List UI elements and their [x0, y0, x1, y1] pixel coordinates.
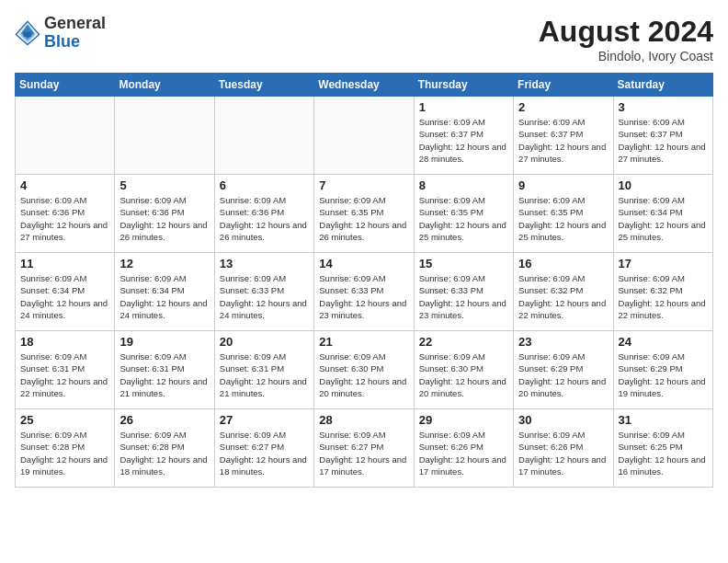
day-number: 25	[20, 413, 109, 427]
day-info: Sunrise: 6:09 AM Sunset: 6:29 PM Dayligh…	[619, 350, 708, 399]
day-cell: 2Sunrise: 6:09 AM Sunset: 6:37 PM Daylig…	[514, 97, 613, 175]
day-info: Sunrise: 6:09 AM Sunset: 6:36 PM Dayligh…	[220, 194, 309, 243]
day-number: 15	[419, 257, 508, 270]
day-number: 8	[419, 178, 508, 192]
day-info: Sunrise: 6:09 AM Sunset: 6:31 PM Dayligh…	[119, 350, 209, 399]
day-cell: 17Sunrise: 6:09 AM Sunset: 6:32 PM Dayli…	[613, 253, 712, 331]
day-number: 20	[220, 335, 309, 349]
day-info: Sunrise: 6:09 AM Sunset: 6:36 PM Dayligh…	[20, 194, 109, 243]
day-info: Sunrise: 6:09 AM Sunset: 6:35 PM Dayligh…	[518, 194, 608, 243]
day-number: 4	[20, 178, 109, 192]
day-info: Sunrise: 6:09 AM Sunset: 6:37 PM Dayligh…	[619, 116, 708, 165]
day-info: Sunrise: 6:09 AM Sunset: 6:25 PM Dayligh…	[619, 429, 708, 477]
day-info: Sunrise: 6:09 AM Sunset: 6:33 PM Dayligh…	[220, 272, 309, 321]
day-number: 7	[319, 178, 408, 192]
day-info: Sunrise: 6:09 AM Sunset: 6:35 PM Dayligh…	[419, 194, 508, 243]
day-info: Sunrise: 6:09 AM Sunset: 6:30 PM Dayligh…	[319, 350, 408, 399]
day-info: Sunrise: 6:09 AM Sunset: 6:33 PM Dayligh…	[419, 272, 508, 321]
day-number: 10	[619, 178, 708, 192]
day-cell	[16, 97, 115, 175]
day-cell: 3Sunrise: 6:09 AM Sunset: 6:37 PM Daylig…	[613, 97, 712, 175]
day-cell: 31Sunrise: 6:09 AM Sunset: 6:25 PM Dayli…	[613, 409, 712, 488]
day-info: Sunrise: 6:09 AM Sunset: 6:36 PM Dayligh…	[119, 194, 209, 243]
weekday-header-row: SundayMondayTuesdayWednesdayThursdayFrid…	[16, 74, 713, 97]
day-cell: 12Sunrise: 6:09 AM Sunset: 6:34 PM Dayli…	[115, 253, 214, 331]
day-info: Sunrise: 6:09 AM Sunset: 6:28 PM Dayligh…	[119, 429, 209, 477]
weekday-sunday: Sunday	[16, 74, 115, 97]
title-block: August 2024 Bindolo, Ivory Coast	[539, 15, 713, 63]
day-cell: 21Sunrise: 6:09 AM Sunset: 6:30 PM Dayli…	[314, 331, 414, 409]
day-number: 28	[319, 413, 408, 427]
day-number: 11	[20, 257, 109, 270]
day-cell: 25Sunrise: 6:09 AM Sunset: 6:28 PM Dayli…	[16, 409, 115, 488]
day-cell: 13Sunrise: 6:09 AM Sunset: 6:33 PM Dayli…	[214, 253, 313, 331]
day-info: Sunrise: 6:09 AM Sunset: 6:30 PM Dayligh…	[419, 350, 508, 399]
weekday-wednesday: Wednesday	[314, 74, 414, 97]
month-title: August 2024	[539, 15, 713, 49]
day-cell: 22Sunrise: 6:09 AM Sunset: 6:30 PM Dayli…	[414, 331, 513, 409]
week-row-2: 4Sunrise: 6:09 AM Sunset: 6:36 PM Daylig…	[16, 175, 713, 253]
calendar-table: SundayMondayTuesdayWednesdayThursdayFrid…	[15, 73, 713, 488]
day-info: Sunrise: 6:09 AM Sunset: 6:34 PM Dayligh…	[119, 272, 209, 321]
day-cell: 16Sunrise: 6:09 AM Sunset: 6:32 PM Dayli…	[514, 253, 613, 331]
day-number: 22	[419, 335, 508, 349]
day-number: 29	[419, 413, 508, 427]
day-info: Sunrise: 6:09 AM Sunset: 6:26 PM Dayligh…	[419, 429, 508, 477]
day-cell: 19Sunrise: 6:09 AM Sunset: 6:31 PM Dayli…	[115, 331, 214, 409]
day-cell: 23Sunrise: 6:09 AM Sunset: 6:29 PM Dayli…	[514, 331, 613, 409]
day-cell: 14Sunrise: 6:09 AM Sunset: 6:33 PM Dayli…	[314, 253, 414, 331]
weekday-thursday: Thursday	[414, 74, 513, 97]
day-info: Sunrise: 6:09 AM Sunset: 6:37 PM Dayligh…	[518, 116, 608, 165]
day-cell: 20Sunrise: 6:09 AM Sunset: 6:31 PM Dayli…	[214, 331, 313, 409]
weekday-friday: Friday	[514, 74, 613, 97]
day-cell: 1Sunrise: 6:09 AM Sunset: 6:37 PM Daylig…	[414, 97, 513, 175]
day-cell: 27Sunrise: 6:09 AM Sunset: 6:27 PM Dayli…	[214, 409, 313, 488]
day-info: Sunrise: 6:09 AM Sunset: 6:32 PM Dayligh…	[518, 272, 608, 321]
day-cell: 5Sunrise: 6:09 AM Sunset: 6:36 PM Daylig…	[115, 175, 214, 253]
day-info: Sunrise: 6:09 AM Sunset: 6:27 PM Dayligh…	[319, 429, 408, 477]
day-cell: 7Sunrise: 6:09 AM Sunset: 6:35 PM Daylig…	[314, 175, 414, 253]
calendar-body: 1Sunrise: 6:09 AM Sunset: 6:37 PM Daylig…	[16, 97, 713, 488]
day-number: 30	[518, 413, 608, 427]
day-info: Sunrise: 6:09 AM Sunset: 6:34 PM Dayligh…	[20, 272, 109, 321]
day-number: 27	[220, 413, 309, 427]
day-info: Sunrise: 6:09 AM Sunset: 6:32 PM Dayligh…	[619, 272, 708, 321]
logo: General Blue	[15, 15, 106, 52]
day-info: Sunrise: 6:09 AM Sunset: 6:31 PM Dayligh…	[220, 350, 309, 399]
location-subtitle: Bindolo, Ivory Coast	[539, 49, 713, 63]
day-number: 3	[619, 100, 708, 114]
day-cell: 6Sunrise: 6:09 AM Sunset: 6:36 PM Daylig…	[214, 175, 313, 253]
day-cell: 29Sunrise: 6:09 AM Sunset: 6:26 PM Dayli…	[414, 409, 513, 488]
day-cell: 8Sunrise: 6:09 AM Sunset: 6:35 PM Daylig…	[414, 175, 513, 253]
weekday-tuesday: Tuesday	[214, 74, 313, 97]
day-info: Sunrise: 6:09 AM Sunset: 6:27 PM Dayligh…	[220, 429, 309, 477]
day-cell: 28Sunrise: 6:09 AM Sunset: 6:27 PM Dayli…	[314, 409, 414, 488]
day-info: Sunrise: 6:09 AM Sunset: 6:35 PM Dayligh…	[319, 194, 408, 243]
day-cell: 15Sunrise: 6:09 AM Sunset: 6:33 PM Dayli…	[414, 253, 513, 331]
day-cell	[115, 97, 214, 175]
day-info: Sunrise: 6:09 AM Sunset: 6:26 PM Dayligh…	[518, 429, 608, 477]
day-cell: 18Sunrise: 6:09 AM Sunset: 6:31 PM Dayli…	[16, 331, 115, 409]
week-row-1: 1Sunrise: 6:09 AM Sunset: 6:37 PM Daylig…	[16, 97, 713, 175]
day-info: Sunrise: 6:09 AM Sunset: 6:34 PM Dayligh…	[619, 194, 708, 243]
day-cell	[314, 97, 414, 175]
week-row-5: 25Sunrise: 6:09 AM Sunset: 6:28 PM Dayli…	[16, 409, 713, 488]
day-number: 6	[220, 178, 309, 192]
day-info: Sunrise: 6:09 AM Sunset: 6:37 PM Dayligh…	[419, 116, 508, 165]
day-number: 17	[619, 257, 708, 270]
week-row-4: 18Sunrise: 6:09 AM Sunset: 6:31 PM Dayli…	[16, 331, 713, 409]
day-info: Sunrise: 6:09 AM Sunset: 6:29 PM Dayligh…	[518, 350, 608, 399]
day-cell: 30Sunrise: 6:09 AM Sunset: 6:26 PM Dayli…	[514, 409, 613, 488]
day-cell	[214, 97, 313, 175]
week-row-3: 11Sunrise: 6:09 AM Sunset: 6:34 PM Dayli…	[16, 253, 713, 331]
day-number: 31	[619, 413, 708, 427]
logo-text: General Blue	[44, 15, 106, 52]
weekday-monday: Monday	[115, 74, 214, 97]
day-info: Sunrise: 6:09 AM Sunset: 6:31 PM Dayligh…	[20, 350, 109, 399]
day-number: 18	[20, 335, 109, 349]
day-cell: 10Sunrise: 6:09 AM Sunset: 6:34 PM Dayli…	[613, 175, 712, 253]
day-number: 14	[319, 257, 408, 270]
day-number: 19	[119, 335, 209, 349]
day-number: 9	[518, 178, 608, 192]
logo-icon	[15, 20, 40, 46]
